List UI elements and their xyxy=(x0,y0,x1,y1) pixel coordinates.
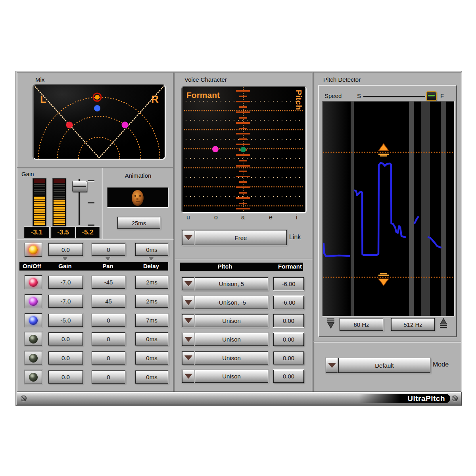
pitch5-dropdown[interactable]: Unison xyxy=(195,351,268,365)
voice-character-graph: Formant Pitch xyxy=(182,87,305,212)
master-onoff-button[interactable] xyxy=(25,243,42,257)
voice2-pan-button[interactable]: 45 xyxy=(92,295,125,308)
voice6-delay-value: 0ms xyxy=(146,374,157,380)
voice-row-6: 0.0 0 0ms xyxy=(17,370,173,384)
formant3-value-box[interactable]: 0.00 xyxy=(273,314,304,327)
formant5-value-box[interactable]: 0.00 xyxy=(273,351,304,365)
voice4-gain-value: 0.0 xyxy=(61,336,70,342)
mix-polar-graph: L R xyxy=(34,85,165,159)
voice4-onoff-button[interactable] xyxy=(25,332,42,346)
link-label: Link xyxy=(289,234,301,241)
voice6-gain-button[interactable]: 0.0 xyxy=(48,370,83,384)
max-freq-button[interactable]: 512 Hz xyxy=(391,318,435,331)
voice6-pan-value: 0 xyxy=(107,374,110,380)
pitch1-dropdown-arrow[interactable] xyxy=(182,277,195,290)
voice1-gain-button[interactable]: -7.0 xyxy=(48,276,83,289)
voice3-delay-button[interactable]: 7ms xyxy=(135,314,168,327)
mix-dot-red[interactable] xyxy=(66,122,73,129)
voice3-onoff-button[interactable] xyxy=(25,313,42,327)
voice3-gain-button[interactable]: -5.0 xyxy=(48,314,83,327)
mix-dot-master[interactable] xyxy=(95,95,100,100)
pitch3-dropdown[interactable]: Unison xyxy=(195,314,268,327)
voice3-led xyxy=(29,316,38,325)
gain-fader-handle[interactable] xyxy=(72,181,87,192)
voice2-delay-button[interactable]: 2ms xyxy=(135,295,168,308)
voice6-led xyxy=(29,373,38,382)
voice5-pan-button[interactable]: 0 xyxy=(92,351,125,365)
shift-row-1: Unison, 5 -6.00 xyxy=(175,277,312,291)
shift-row-6: Unison 0.00 xyxy=(175,370,312,383)
gain-readout-fader: -5.2 xyxy=(76,227,100,238)
voice6-onoff-button[interactable] xyxy=(25,370,42,384)
mode-dropdown[interactable]: Default xyxy=(338,358,430,373)
dropdown-arrow-icon xyxy=(184,281,192,286)
mode-value: Default xyxy=(375,362,394,369)
dropdown-arrow-icon xyxy=(184,300,192,305)
mix-dot-blue[interactable] xyxy=(94,105,100,111)
voice5-delay-value: 0ms xyxy=(146,355,157,361)
pitch5-value: Unison xyxy=(222,355,241,361)
voice2-gain-button[interactable]: -7.0 xyxy=(48,295,83,308)
master-gain-value: 0.0 xyxy=(61,246,70,253)
dropdown-arrow-icon xyxy=(184,374,192,379)
formant1-value-box[interactable]: -6.00 xyxy=(273,277,304,290)
column-pointer-gain xyxy=(62,257,68,261)
screw-icon xyxy=(21,395,27,401)
pitch1-dropdown[interactable]: Unison, 5 xyxy=(195,277,268,290)
formant2-value-box[interactable]: -6.00 xyxy=(273,296,304,309)
voice4-pan-button[interactable]: 0 xyxy=(92,332,125,345)
speed-slider-handle[interactable] xyxy=(426,91,437,101)
master-gain-button[interactable]: 0.0 xyxy=(48,243,83,256)
link-mode-dropdown-arrow[interactable] xyxy=(182,230,195,245)
formant6-value-box[interactable]: 0.00 xyxy=(273,370,304,383)
voice2-onoff-button[interactable] xyxy=(25,294,42,308)
speed-slow-label: S xyxy=(357,92,361,99)
formant-handle-dot[interactable] xyxy=(212,146,219,152)
master-led-indicator xyxy=(29,246,38,254)
voice6-pan-button[interactable]: 0 xyxy=(92,370,125,384)
voice1-delay-button[interactable]: 2ms xyxy=(135,276,168,289)
pitch4-dropdown-arrow[interactable] xyxy=(182,333,195,346)
pitch2-dropdown-arrow[interactable] xyxy=(182,296,195,309)
pitch2-dropdown[interactable]: -Unison, -5 xyxy=(195,296,268,309)
link-mode-dropdown[interactable]: Free xyxy=(195,230,287,245)
voice-row-4: 0.0 0 0ms xyxy=(17,332,173,345)
min-freq-button[interactable]: 60 Hz xyxy=(340,318,383,331)
max-freq-up-button[interactable] xyxy=(439,317,448,329)
voice5-gain-button[interactable]: 0.0 xyxy=(48,351,83,365)
header-delay: Delay xyxy=(131,263,171,269)
voice-row-5: 0.0 0 0ms xyxy=(17,351,173,365)
voice4-gain-button[interactable]: 0.0 xyxy=(48,332,83,345)
speed-slider-track[interactable] xyxy=(363,96,425,97)
formant4-value-box[interactable]: 0.00 xyxy=(273,333,304,346)
voice3-pan-button[interactable]: 0 xyxy=(92,314,125,327)
mix-dot-magenta[interactable] xyxy=(122,122,129,129)
voice1-onoff-button[interactable] xyxy=(25,275,42,289)
meter-peak-band xyxy=(54,179,65,183)
mode-dropdown-arrow[interactable] xyxy=(326,358,338,373)
pitch6-dropdown-arrow[interactable] xyxy=(182,370,195,383)
master-pan-button[interactable]: 0 xyxy=(92,243,125,256)
master-delay-button[interactable]: 0ms xyxy=(135,243,168,256)
vowel-o: o xyxy=(214,214,218,221)
voice-character-display: Formant Pitch xyxy=(181,86,307,213)
meter-peak-band xyxy=(34,179,45,183)
voice1-pan-button[interactable]: -45 xyxy=(92,276,125,289)
min-freq-down-button[interactable] xyxy=(326,317,336,329)
pitch4-dropdown[interactable]: Unison xyxy=(195,333,268,346)
voice5-delay-button[interactable]: 0ms xyxy=(135,351,168,365)
shift-table-group: Pitch Formant Unison, 5 -6.00 -Unison, -… xyxy=(175,259,313,392)
voice4-delay-button[interactable]: 0ms xyxy=(135,332,168,345)
pitch3-dropdown-arrow[interactable] xyxy=(182,314,195,327)
voice5-onoff-button[interactable] xyxy=(25,351,42,365)
pitch-handle-dot[interactable] xyxy=(240,147,246,152)
header-gain: Gain xyxy=(45,263,85,269)
animation-rate-button[interactable]: 25ms xyxy=(117,217,160,229)
voice6-delay-button[interactable]: 0ms xyxy=(135,370,168,384)
header-formant: Formant xyxy=(270,263,310,270)
gain-title: Gain xyxy=(21,171,34,177)
vowel-e: e xyxy=(269,214,273,221)
voice3-delay-value: 7ms xyxy=(146,317,157,324)
pitch5-dropdown-arrow[interactable] xyxy=(182,351,195,365)
pitch6-dropdown[interactable]: Unison xyxy=(195,370,268,383)
